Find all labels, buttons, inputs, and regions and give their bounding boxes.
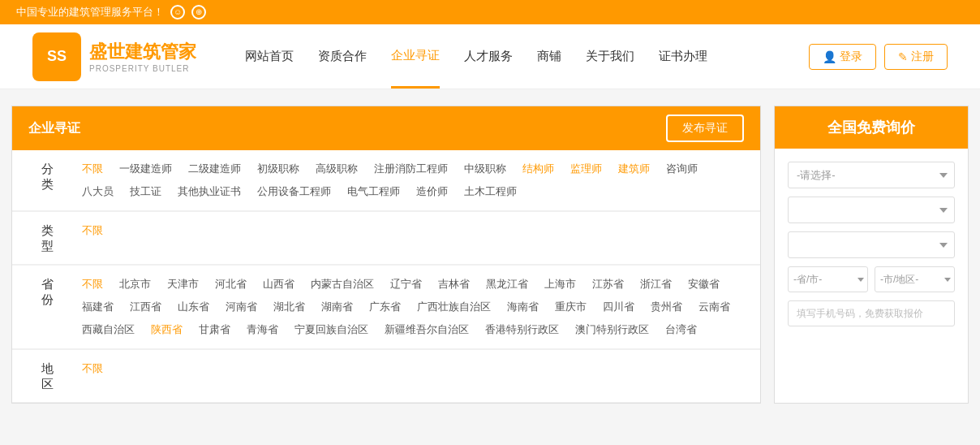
prov-tag-9[interactable]: 上海市 bbox=[536, 275, 584, 293]
phone-input[interactable] bbox=[788, 300, 955, 326]
nav-cooperation[interactable]: 资质合作 bbox=[318, 26, 367, 87]
service-select-3[interactable] bbox=[788, 231, 955, 258]
register-button[interactable]: ✎ 注册 bbox=[884, 44, 948, 70]
auth-buttons: 👤 登录 ✎ 注册 bbox=[809, 44, 948, 70]
prov-tag-13[interactable]: 福建省 bbox=[74, 298, 122, 316]
cat-tag-5[interactable]: 注册消防工程师 bbox=[366, 160, 456, 178]
cat-tag-6[interactable]: 中级职称 bbox=[456, 160, 514, 178]
cat-tag-1[interactable]: 一级建造师 bbox=[111, 160, 180, 178]
prov-tag-3[interactable]: 河北省 bbox=[207, 275, 255, 293]
login-label: 登录 bbox=[840, 50, 862, 64]
prov-tag-16[interactable]: 河南省 bbox=[217, 298, 265, 316]
prov-tag-8[interactable]: 黑龙江省 bbox=[478, 275, 536, 293]
cat-tag-14[interactable]: 公用设备工程师 bbox=[249, 183, 339, 201]
cat-tag-17[interactable]: 土木工程师 bbox=[456, 183, 525, 201]
logo-en: PROSPERITY BUTLER bbox=[89, 64, 196, 73]
login-button[interactable]: 👤 登录 bbox=[809, 44, 876, 70]
prov-tag-24[interactable]: 贵州省 bbox=[643, 298, 690, 316]
prov-tag-12[interactable]: 安徽省 bbox=[680, 275, 728, 293]
prov-tag-15[interactable]: 山东省 bbox=[170, 298, 217, 316]
prov-tag-18[interactable]: 湖南省 bbox=[313, 298, 361, 316]
nav-enterprise[interactable]: 企业寻证 bbox=[391, 25, 440, 89]
cat-tag-2[interactable]: 二级建造师 bbox=[180, 160, 249, 178]
province-content: 不限 北京市 天津市 河北省 山西省 内蒙古自治区 辽宁省 吉林省 黑龙江省 上… bbox=[74, 275, 747, 339]
prov-tag-29[interactable]: 青海省 bbox=[239, 321, 286, 339]
prov-tag-28[interactable]: 甘肃省 bbox=[191, 321, 239, 339]
cat-tag-7[interactable]: 结构师 bbox=[514, 160, 562, 178]
header: 盛世建筑管家 PROSPERITY BUTLER 网站首页 资质合作 企业寻证 … bbox=[0, 24, 980, 89]
prov-tag-31[interactable]: 新疆维吾尔自治区 bbox=[376, 321, 477, 339]
prov-tag-14[interactable]: 江西省 bbox=[122, 298, 170, 316]
logo: 盛世建筑管家 PROSPERITY BUTLER bbox=[32, 32, 196, 81]
top-bar: 中国专业的建筑管理服务平台！ ☺ ⊕ bbox=[0, 0, 980, 24]
cat-tag-8[interactable]: 监理师 bbox=[562, 160, 610, 178]
district-content: 不限 bbox=[74, 360, 747, 378]
prov-tag-34[interactable]: 台湾省 bbox=[657, 321, 705, 339]
prov-tag-25[interactable]: 云南省 bbox=[690, 298, 738, 316]
cat-tag-12[interactable]: 技工证 bbox=[122, 183, 170, 201]
prov-tag-17[interactable]: 湖北省 bbox=[265, 298, 313, 316]
district-label: 地 区 bbox=[25, 360, 74, 392]
share-icon: ⊕ bbox=[191, 5, 206, 19]
type-content: 不限 bbox=[74, 222, 747, 240]
prov-tag-5[interactable]: 内蒙古自治区 bbox=[303, 275, 382, 293]
logo-icon bbox=[32, 32, 81, 81]
cat-tag-15[interactable]: 电气工程师 bbox=[339, 183, 408, 201]
prov-tag-22[interactable]: 重庆市 bbox=[547, 298, 595, 316]
prov-tag-26[interactable]: 西藏自治区 bbox=[74, 321, 143, 339]
prov-tag-10[interactable]: 江苏省 bbox=[584, 275, 632, 293]
publish-button[interactable]: 发布寻证 bbox=[666, 114, 744, 142]
cat-tag-0[interactable]: 不限 bbox=[74, 160, 111, 178]
main-nav: 网站首页 资质合作 企业寻证 人才服务 商铺 关于我们 证书办理 bbox=[245, 25, 809, 89]
cat-tag-16[interactable]: 造价师 bbox=[408, 183, 456, 201]
prov-tag-2[interactable]: 天津市 bbox=[159, 275, 207, 293]
prov-tag-32[interactable]: 香港特别行政区 bbox=[477, 321, 567, 339]
nav-shop[interactable]: 商铺 bbox=[537, 26, 561, 87]
panel-title: 企业寻证 bbox=[28, 120, 80, 137]
dist-tag-0[interactable]: 不限 bbox=[74, 360, 111, 378]
type-tag-0[interactable]: 不限 bbox=[74, 222, 111, 240]
nav-talent[interactable]: 人才服务 bbox=[464, 26, 513, 87]
province-select[interactable]: -省/市- bbox=[788, 266, 868, 292]
prov-tag-1[interactable]: 北京市 bbox=[111, 275, 159, 293]
logo-text: 盛世建筑管家 PROSPERITY BUTLER bbox=[89, 40, 196, 73]
cat-tag-11[interactable]: 八大员 bbox=[74, 183, 122, 201]
city-select[interactable]: -市/地区- bbox=[875, 266, 955, 292]
prov-tag-20[interactable]: 广西壮族自治区 bbox=[409, 298, 499, 316]
prov-tag-19[interactable]: 广东省 bbox=[361, 298, 409, 316]
logo-cn-2: 筑管家 bbox=[143, 41, 196, 62]
smile-icon: ☺ bbox=[170, 5, 185, 19]
cat-tag-9[interactable]: 建筑师 bbox=[610, 160, 658, 178]
prov-tag-11[interactable]: 浙江省 bbox=[632, 275, 680, 293]
service-select-1[interactable]: -请选择- bbox=[788, 162, 955, 188]
filter-district-row: 地 区 不限 bbox=[12, 349, 760, 403]
cat-tag-4[interactable]: 高级职称 bbox=[307, 160, 366, 178]
prov-tag-7[interactable]: 吉林省 bbox=[430, 275, 478, 293]
cat-tag-13[interactable]: 其他执业证书 bbox=[170, 183, 249, 201]
panel-header: 企业寻证 发布寻证 bbox=[12, 106, 760, 150]
logo-cn: 盛世建筑管家 bbox=[89, 40, 196, 64]
province-label: 省 份 bbox=[25, 275, 74, 308]
prov-tag-21[interactable]: 海南省 bbox=[499, 298, 547, 316]
province-city-row: -省/市- -市/地区- bbox=[788, 266, 955, 292]
category-content: 不限 一级建造师 二级建造师 初级职称 高级职称 注册消防工程师 中级职称 结构… bbox=[74, 160, 747, 201]
prov-tag-4[interactable]: 山西省 bbox=[255, 275, 303, 293]
edit-icon: ✎ bbox=[898, 50, 908, 63]
prov-tag-6[interactable]: 辽宁省 bbox=[382, 275, 430, 293]
prov-tag-27[interactable]: 陕西省 bbox=[143, 321, 191, 339]
service-select-2[interactable] bbox=[788, 197, 955, 223]
filter-province-row: 省 份 不限 北京市 天津市 河北省 山西省 内蒙古自治区 辽宁省 吉林省 黑龙… bbox=[12, 265, 760, 349]
prov-tag-0[interactable]: 不限 bbox=[74, 275, 111, 293]
cat-tag-3[interactable]: 初级职称 bbox=[249, 160, 307, 178]
right-panel: 全国免费询价 -请选择- -省/市- -市/地区- bbox=[774, 106, 969, 404]
prov-tag-30[interactable]: 宁夏回族自治区 bbox=[286, 321, 376, 339]
prov-tag-23[interactable]: 四川省 bbox=[595, 298, 643, 316]
prov-tag-33[interactable]: 澳门特别行政区 bbox=[567, 321, 657, 339]
nav-certificate[interactable]: 证书办理 bbox=[659, 26, 707, 87]
nav-about[interactable]: 关于我们 bbox=[586, 26, 634, 87]
nav-home[interactable]: 网站首页 bbox=[245, 26, 294, 87]
cat-tag-10[interactable]: 咨询师 bbox=[658, 160, 706, 178]
right-panel-body: -请选择- -省/市- -市/地区- bbox=[775, 149, 968, 339]
category-label: 分 类 bbox=[25, 160, 74, 192]
right-panel-title: 全国免费询价 bbox=[775, 106, 968, 149]
